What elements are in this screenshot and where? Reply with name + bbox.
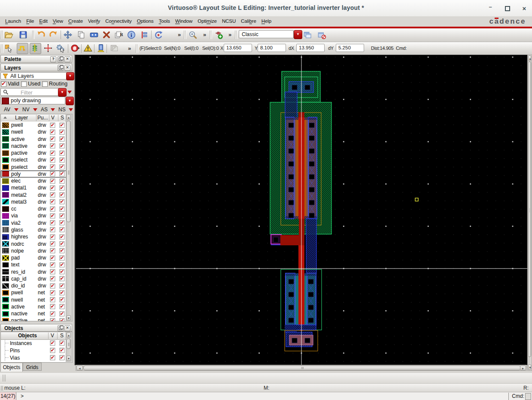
layer-row-active-drw[interactable]: activedrw	[1, 136, 66, 143]
layer-visible-checkbox[interactable]	[50, 241, 55, 247]
layer-row-pwell-drw[interactable]: pwelldrw	[1, 122, 66, 128]
palette-close-button[interactable]: ✕	[64, 56, 70, 62]
layer-selectable-checkbox[interactable]	[60, 234, 65, 239]
y-coord-field[interactable]: 8.100	[258, 44, 286, 52]
menu-create[interactable]: Create	[66, 16, 85, 27]
toolbar-overflow-chevron[interactable]: »	[203, 31, 206, 38]
layer-scroll-thumb[interactable]	[67, 121, 71, 222]
layer-row-dio_id-drw[interactable]: dio_iddrw	[1, 282, 66, 289]
layer-visible-checkbox[interactable]	[50, 129, 55, 134]
menu-optimize[interactable]: Optimize	[195, 16, 219, 27]
gear-pointer-icon[interactable]	[55, 43, 66, 53]
info-icon[interactable]: i	[126, 30, 137, 40]
layer-filter-dropdown-icon[interactable]: ▼	[66, 72, 74, 80]
menu-window[interactable]: Window	[173, 16, 195, 27]
combo-dropdown-icon[interactable]: ▼	[294, 30, 302, 39]
layer-visible-checkbox[interactable]	[50, 234, 55, 239]
layer-selectable-checkbox[interactable]	[60, 290, 65, 295]
rotate-icon[interactable]	[153, 30, 164, 40]
layer-visible-checkbox[interactable]	[50, 165, 55, 170]
menu-tools[interactable]: Tools	[156, 16, 173, 27]
toolbar-overflow-chevron[interactable]: »	[178, 31, 181, 38]
layer-visible-checkbox[interactable]	[50, 318, 55, 321]
layer-visible-checkbox[interactable]	[50, 185, 55, 190]
layer-row-via-drw[interactable]: viadrw	[1, 212, 66, 219]
layer-selectable-checkbox[interactable]	[60, 137, 65, 142]
move-icon[interactable]	[63, 30, 73, 40]
layer-selectable-checkbox[interactable]	[60, 227, 65, 232]
valid-checkbox[interactable]	[1, 81, 6, 87]
layer-row-active-net[interactable]: activenet	[1, 303, 66, 310]
dx-coord-field[interactable]: 13.950	[296, 44, 325, 52]
delete-icon[interactable]	[101, 30, 112, 40]
routing-checkbox[interactable]	[42, 81, 48, 87]
dy-coord-field[interactable]: 5.250	[336, 44, 364, 52]
objects-table-header[interactable]: ObjectsVS	[1, 332, 66, 340]
layer-row-nwell-net[interactable]: nwellnet	[1, 296, 66, 303]
layer-selectable-checkbox[interactable]	[60, 165, 65, 170]
av-dropdown-icon[interactable]	[14, 108, 18, 111]
object-visible-checkbox[interactable]	[50, 355, 55, 360]
redo-icon[interactable]	[48, 30, 59, 40]
layer-visible-checkbox[interactable]	[50, 276, 55, 281]
layer-selectable-checkbox[interactable]	[60, 206, 65, 211]
objects-close-button[interactable]: ✕	[64, 325, 70, 331]
layer-row-pactive-drw[interactable]: pactivedrw	[1, 150, 66, 156]
open-icon[interactable]	[3, 30, 14, 40]
layer-table-header[interactable]: LayerPu...VS	[1, 114, 66, 122]
layer-row-metal3-drw[interactable]: metal3drw	[1, 198, 66, 205]
stop-hand-icon[interactable]	[70, 43, 81, 53]
nv-button[interactable]: NV	[22, 107, 30, 113]
av-button[interactable]: AV	[4, 107, 10, 113]
layer-visible-checkbox[interactable]	[50, 192, 55, 198]
layer-row-nactive-net[interactable]: nactivenet	[1, 310, 66, 317]
nv-dropdown-icon[interactable]	[33, 108, 37, 111]
layer-visible-checkbox[interactable]	[50, 248, 55, 253]
object-visible-checkbox[interactable]	[50, 348, 55, 353]
layer-scroll-up-button[interactable]: ▲	[67, 115, 71, 120]
menu-launch[interactable]: Launch	[3, 16, 24, 27]
properties-icon[interactable]: R	[113, 30, 124, 40]
undo-icon[interactable]	[36, 30, 47, 40]
workspace-delete-icon[interactable]	[316, 30, 327, 40]
hscroll-thumb[interactable]	[83, 366, 521, 370]
layer-row-glass-drw[interactable]: glassdrw	[1, 226, 66, 233]
layer-selectable-checkbox[interactable]	[60, 262, 65, 267]
layer-row-nodrc-drw[interactable]: nodrcdrw	[1, 241, 66, 247]
layer-row-cap_id-drw[interactable]: cap_iddrw	[1, 275, 66, 282]
canvas-vscrollbar[interactable]: ▲ ▼	[527, 55, 532, 371]
layer-visible-checkbox[interactable]	[50, 206, 55, 211]
layer-visible-checkbox[interactable]	[50, 227, 55, 232]
layer-visible-checkbox[interactable]	[50, 255, 55, 260]
layer-selectable-checkbox[interactable]	[60, 311, 65, 316]
layer-visible-checkbox[interactable]	[50, 297, 55, 302]
partial-select-icon[interactable]	[3, 43, 14, 53]
maximize-button[interactable]	[504, 5, 511, 12]
hscroll-left-button[interactable]: ◄	[76, 366, 83, 370]
canvas-hscrollbar[interactable]: ◄ ►	[76, 365, 527, 371]
layer-selectable-checkbox[interactable]	[60, 304, 65, 309]
layer-row-pactive-net[interactable]: pactivenet	[1, 317, 66, 321]
menu-ncsu[interactable]: NCSU	[219, 16, 238, 27]
layer-row-elec-drw[interactable]: elecdrw	[1, 177, 66, 184]
menu-edit[interactable]: Edit	[36, 16, 50, 27]
layer-visible-checkbox[interactable]	[50, 262, 55, 267]
layer-visible-checkbox[interactable]	[50, 213, 55, 218]
layer-row-pad-drw[interactable]: paddrw	[1, 254, 66, 261]
crosshair-icon[interactable]	[43, 43, 54, 53]
zoom-in-icon[interactable]	[188, 30, 198, 40]
view-style-value[interactable]: Classic	[239, 30, 294, 38]
panel-resize-strip[interactable]	[0, 373, 532, 383]
layer-selectable-checkbox[interactable]	[60, 199, 65, 205]
layer-selectable-checkbox[interactable]	[60, 185, 65, 190]
layer-visible-checkbox[interactable]	[50, 311, 55, 316]
layer-row-poly-drw[interactable]: polydrw	[1, 171, 66, 177]
layer-selectable-checkbox[interactable]	[60, 241, 65, 247]
search-options-arrow-icon[interactable]	[67, 91, 72, 94]
layer-visible-checkbox[interactable]	[50, 137, 55, 142]
layer-visible-checkbox[interactable]	[50, 290, 55, 295]
exit-door-icon[interactable]	[96, 43, 106, 53]
vscroll-up-button[interactable]: ▲	[528, 55, 531, 61]
layer-visible-checkbox[interactable]	[50, 304, 55, 309]
warning-icon[interactable]	[83, 43, 94, 53]
